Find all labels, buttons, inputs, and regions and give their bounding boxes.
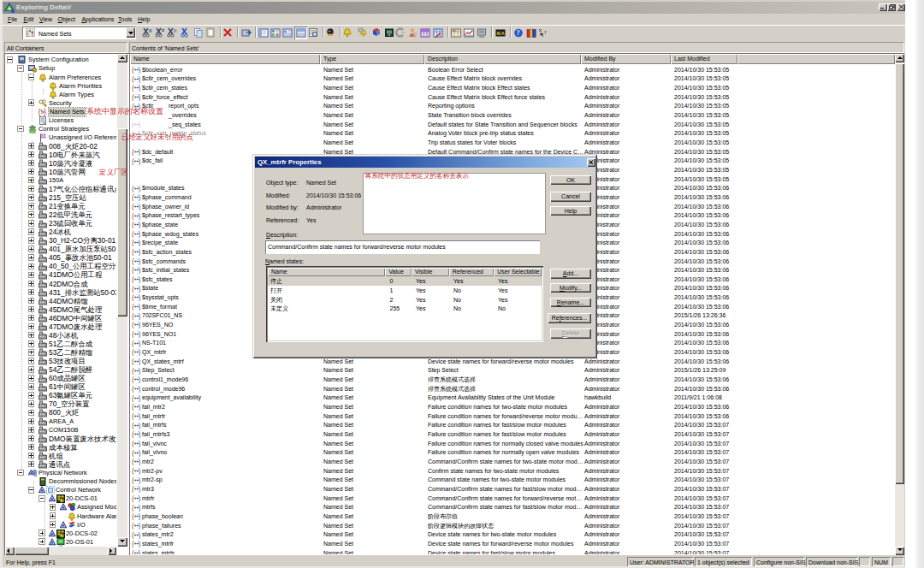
svg-text:(: ( <box>132 449 134 457</box>
svg-text:(: ( <box>132 467 134 475</box>
svg-text:(: ( <box>132 212 134 220</box>
svg-text:(: ( <box>132 312 134 320</box>
svg-text:(: ( <box>132 275 134 283</box>
svg-text:(: ( <box>132 458 134 465</box>
svg-text:(: ( <box>132 248 134 256</box>
svg-text:(: ( <box>132 266 134 274</box>
svg-text:(: ( <box>132 485 134 493</box>
svg-text:(: ( <box>132 394 134 402</box>
svg-text:(: ( <box>132 430 134 438</box>
svg-text:(: ( <box>132 376 134 383</box>
svg-text:?: ? <box>61 498 63 503</box>
svg-text:(: ( <box>132 257 134 265</box>
svg-text:(: ( <box>132 230 134 238</box>
svg-text:(: ( <box>132 531 134 539</box>
svg-text:(: ( <box>132 549 134 554</box>
svg-text:(: ( <box>132 512 134 520</box>
svg-text:(: ( <box>132 476 134 484</box>
svg-text:(: ( <box>132 522 134 530</box>
svg-text:(: ( <box>132 239 134 246</box>
svg-text:(: ( <box>132 121 134 128</box>
svg-text:(: ( <box>132 185 134 192</box>
svg-text:(: ( <box>132 203 134 210</box>
svg-text:(: ( <box>132 66 134 74</box>
svg-text:(: ( <box>132 157 134 165</box>
svg-text:(: ( <box>132 84 134 92</box>
svg-text:(: ( <box>132 494 134 502</box>
svg-text:(: ( <box>132 440 134 447</box>
svg-text:(: ( <box>132 75 134 83</box>
svg-text:(: ( <box>132 93 134 101</box>
svg-text:{: { <box>38 108 41 116</box>
svg-text:(: ( <box>132 403 134 411</box>
svg-text:(: ( <box>132 540 134 547</box>
svg-text:(: ( <box>132 385 134 393</box>
svg-text:IEA: IEA <box>497 31 505 36</box>
svg-text:(: ( <box>132 193 134 201</box>
svg-text:(: ( <box>132 348 134 356</box>
svg-text:(: ( <box>132 221 134 228</box>
svg-text:(: ( <box>132 330 134 338</box>
svg-text:(: ( <box>132 148 134 156</box>
svg-text:(: ( <box>132 412 134 420</box>
svg-text:abc: abc <box>453 29 458 33</box>
svg-text:?: ? <box>517 29 520 37</box>
svg-text:(: ( <box>132 293 134 301</box>
svg-text:(: ( <box>132 367 134 375</box>
svg-text:(: ( <box>132 504 134 512</box>
svg-text:?: ? <box>61 532 63 537</box>
svg-text:(: ( <box>132 340 134 347</box>
svg-text:(: ( <box>132 358 134 365</box>
svg-text:(: ( <box>132 321 134 328</box>
svg-text:(: ( <box>132 422 134 429</box>
svg-text:(: ( <box>132 285 134 293</box>
svg-text:(: ( <box>132 303 134 311</box>
svg-text:?: ? <box>544 29 548 36</box>
